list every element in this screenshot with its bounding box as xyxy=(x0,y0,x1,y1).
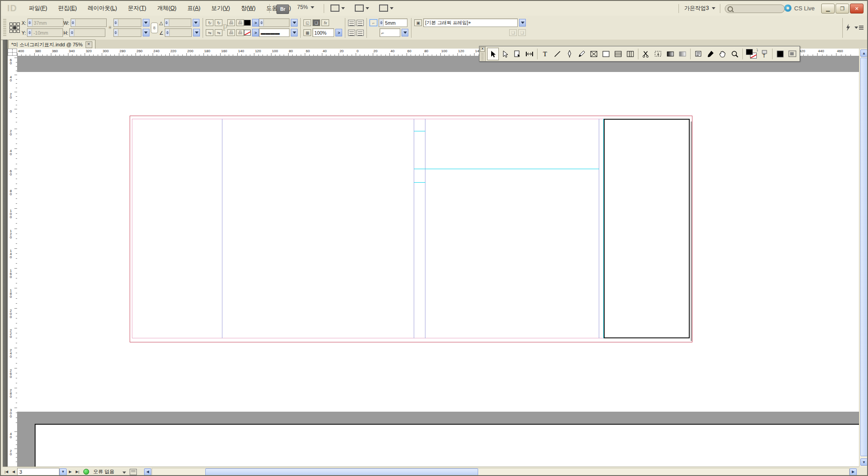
opacity-field[interactable]: 100% xyxy=(312,28,334,37)
eyedropper-tool[interactable] xyxy=(705,48,716,60)
direct-selection-tool[interactable] xyxy=(499,48,511,60)
preflight-panel-icon[interactable] xyxy=(130,469,137,475)
minimize-button[interactable]: ▁ xyxy=(821,4,835,13)
fill-stroke-proxy[interactable]: ⤵ xyxy=(745,48,758,60)
search-input[interactable] xyxy=(725,4,785,13)
wrap-around-bounding-box-button[interactable] xyxy=(357,20,364,26)
line-tool[interactable] xyxy=(552,48,563,60)
clear-overrides-button[interactable]: ❏ xyxy=(509,29,517,36)
page-number-field[interactable]: 3 xyxy=(17,468,59,476)
rectangle-tool[interactable] xyxy=(600,48,612,60)
corner-shape-dropdown[interactable] xyxy=(402,29,408,36)
proxy-point[interactable] xyxy=(17,26,20,29)
constrain-proportions-icon[interactable]: ✳ xyxy=(108,25,112,31)
flip-vertical-button[interactable]: ⇋ xyxy=(215,29,222,36)
note-tool[interactable] xyxy=(692,48,704,60)
proxy-point[interactable] xyxy=(9,26,13,29)
restore-button[interactable]: ❐ xyxy=(836,4,849,13)
select-content-button[interactable]: 品 xyxy=(236,19,244,26)
menu-item-1[interactable]: 편집(E) xyxy=(54,3,81,14)
horizontal-grid-tool[interactable] xyxy=(612,48,624,60)
select-container-button[interactable]: 品 xyxy=(227,19,235,26)
corner-effects-button[interactable]: ◱ xyxy=(303,19,311,26)
preflight-menu-arrow[interactable] xyxy=(122,469,126,475)
view-options-button[interactable] xyxy=(329,4,347,13)
menu-item-7[interactable]: 창(W) xyxy=(236,3,260,14)
scroll-down-button[interactable]: ▼ xyxy=(860,458,868,466)
rotate-90-ccw-button[interactable]: ↻ xyxy=(215,19,222,26)
quick-apply-button[interactable] xyxy=(845,24,851,32)
menu-item-5[interactable]: 표(A) xyxy=(183,3,205,14)
proxy-point[interactable] xyxy=(9,22,13,26)
corner-radius-field[interactable]: 5mm xyxy=(379,18,407,27)
fill-options-button[interactable]: > xyxy=(252,19,259,27)
rotate-90-cw-button[interactable]: ↻ xyxy=(206,19,213,26)
stroke-weight-dropdown[interactable] xyxy=(291,19,298,27)
proxy-point[interactable] xyxy=(17,30,20,33)
scissors-tool[interactable] xyxy=(640,48,652,60)
scroll-left-button[interactable]: ◀ xyxy=(144,468,151,476)
stroke-style-field[interactable]: ▬▬▬▬ xyxy=(259,28,289,37)
first-page-button[interactable]: |◀ xyxy=(3,468,10,476)
zoom-tool[interactable] xyxy=(729,48,741,60)
select-previous-object-button[interactable]: 品 xyxy=(227,29,235,36)
apply-color-button[interactable] xyxy=(774,48,786,60)
menu-item-2[interactable]: 레이아웃(L) xyxy=(83,3,122,14)
vertical-scrollbar[interactable]: ▲ ▼ xyxy=(859,49,868,467)
object-style-dropdown[interactable] xyxy=(519,19,526,27)
reference-point-proxy[interactable] xyxy=(9,22,20,33)
zoom-level-dropdown[interactable]: 75% xyxy=(297,4,314,10)
pencil-tool[interactable] xyxy=(576,48,588,60)
vertical-ruler[interactable]: 6040200204060801001201401601802002202402… xyxy=(8,56,18,467)
proxy-point[interactable] xyxy=(13,26,16,29)
page-tool[interactable] xyxy=(511,48,523,60)
screen-mode-button[interactable] xyxy=(787,48,798,60)
free-transform-tool[interactable] xyxy=(652,48,664,60)
panel-grip[interactable] xyxy=(3,19,6,37)
document-canvas[interactable] xyxy=(17,56,859,467)
scale-y-dropdown[interactable] xyxy=(143,29,149,36)
panel-menu-button[interactable] xyxy=(854,26,863,30)
menu-item-4[interactable]: 개체(O) xyxy=(153,3,181,14)
next-page-button[interactable]: ▶ xyxy=(67,468,74,476)
selection-tool[interactable] xyxy=(487,48,499,60)
effects-menu-button[interactable]: fx xyxy=(321,19,329,26)
cs-live-button[interactable]: CS Live xyxy=(784,4,815,12)
menu-item-0[interactable]: 파일(F) xyxy=(24,3,52,14)
scroll-up-button[interactable]: ▲ xyxy=(860,49,868,57)
stroke-style-dropdown[interactable] xyxy=(291,29,298,36)
fill-proxy[interactable] xyxy=(746,49,753,55)
horizontal-scrollbar[interactable] xyxy=(152,468,850,476)
menu-item-6[interactable]: 보기(V) xyxy=(207,3,235,14)
close-icon[interactable]: ✕ xyxy=(480,47,485,52)
bridge-button[interactable]: Br xyxy=(276,4,289,14)
scroll-right-button[interactable]: ▶ xyxy=(850,468,857,476)
pen-tool[interactable] xyxy=(564,48,575,60)
vertical-grid-tool[interactable] xyxy=(624,48,636,60)
scale-x-dropdown[interactable] xyxy=(143,19,149,27)
drop-shadow-button[interactable]: ❏ xyxy=(312,19,320,26)
stroke-options-button[interactable]: > xyxy=(252,29,259,36)
rotation-angle-dropdown[interactable] xyxy=(193,19,199,27)
hand-tool[interactable] xyxy=(717,48,728,60)
no-text-wrap-button[interactable] xyxy=(348,20,355,26)
gap-tool[interactable] xyxy=(524,48,535,60)
horizontal-scroll-thumb[interactable] xyxy=(205,468,478,476)
proxy-point[interactable] xyxy=(9,30,13,33)
workspace-switcher[interactable]: 가은작업3 xyxy=(684,4,715,12)
constrain-scale-icon[interactable]: 8 xyxy=(151,22,158,33)
flip-horizontal-button[interactable]: ⇋ xyxy=(206,29,213,36)
tab-close-icon[interactable]: ✕ xyxy=(86,41,92,48)
page-number-combo[interactable]: 3▼ xyxy=(17,468,67,476)
stepper-down-icon[interactable] xyxy=(380,23,383,24)
vertical-scroll-thumb[interactable] xyxy=(860,58,868,456)
jump-object-button[interactable] xyxy=(357,30,364,36)
proxy-point[interactable] xyxy=(17,22,20,26)
menu-item-3[interactable]: 문자(T) xyxy=(123,3,151,14)
proxy-point[interactable] xyxy=(13,22,16,26)
break-link-to-style-button[interactable]: ❏ xyxy=(518,29,526,36)
object-style-field[interactable]: [기본 그래픽 프레임]+ xyxy=(423,18,518,27)
stroke-swatch[interactable] xyxy=(244,30,251,36)
last-page-button[interactable]: ▶| xyxy=(74,468,81,476)
rectangle-frame-tool[interactable] xyxy=(588,48,600,60)
